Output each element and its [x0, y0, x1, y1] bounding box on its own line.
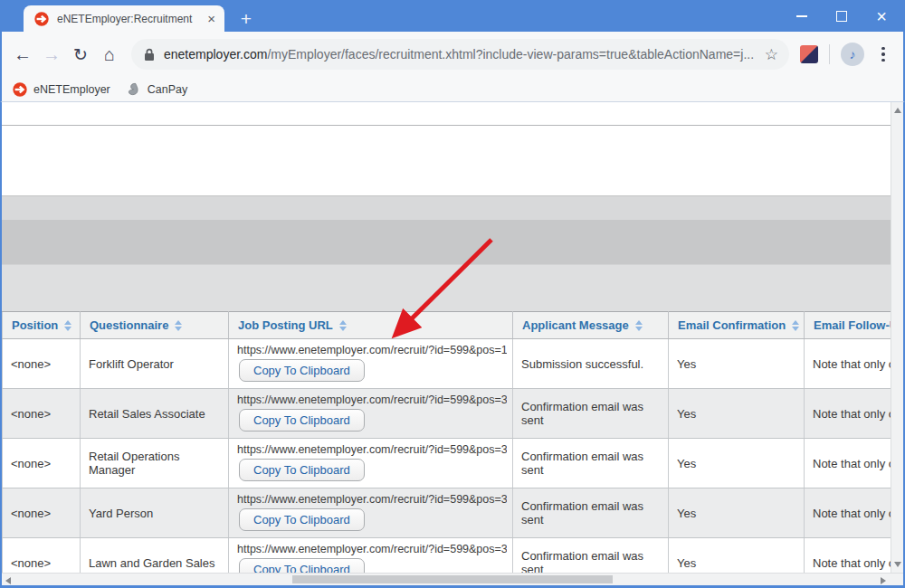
table-header-row: Position Questionnaire Job Posting URL A…	[3, 312, 891, 339]
copy-to-clipboard-button[interactable]: Copy To Clipboard	[239, 508, 365, 531]
cell-email-followup: Note that only o	[805, 439, 891, 488]
email-followup-value: Note that only o	[813, 556, 891, 570]
cell-email-followup: Note that only o	[805, 339, 891, 389]
bookmark-enetemployer[interactable]: eNETEmployer	[13, 82, 110, 97]
recruitment-table-wrap: Position Questionnaire Job Posting URL A…	[2, 311, 891, 573]
copy-to-clipboard-button[interactable]: Copy To Clipboard	[239, 558, 365, 573]
scroll-right-icon[interactable]	[881, 577, 886, 584]
cell-questionnaire: Retail Operations Manager	[81, 439, 229, 488]
questionnaire-value: Retail Sales Associate	[89, 407, 205, 421]
job-posting-url: https://www.enetemployer.com/recruit/?id…	[237, 443, 507, 456]
column-header-job-posting-url[interactable]: Job Posting URL	[229, 312, 513, 339]
table-row: <none> Retail Operations Manager https:/…	[3, 439, 891, 488]
column-header-position[interactable]: Position	[3, 312, 81, 339]
reload-button[interactable]: ↻	[66, 40, 95, 69]
browser-tab[interactable]: eNETEmployer:Recruitment ×	[24, 5, 224, 32]
table-body: <none> Forklift Operator https://www.ene…	[3, 339, 891, 574]
position-value: <none>	[11, 556, 51, 570]
sort-icon[interactable]	[339, 320, 347, 331]
maximize-button[interactable]	[822, 0, 862, 32]
toolbar-separator	[829, 44, 830, 64]
column-header-email-confirmation[interactable]: Email Confirmation	[669, 312, 805, 339]
canpay-bookmark-icon	[127, 82, 141, 97]
tab-close-icon[interactable]: ×	[207, 12, 215, 25]
home-icon: ⌂	[104, 44, 115, 65]
back-button[interactable]: ←	[8, 40, 37, 69]
cell-applicant-message: Confirmation email was sent	[513, 488, 669, 538]
close-button[interactable]: ×	[862, 0, 901, 32]
email-confirmation-value: Yes	[677, 407, 696, 421]
gray-band-3	[2, 264, 891, 312]
cell-questionnaire: Yard Person	[81, 488, 229, 538]
home-button[interactable]: ⌂	[95, 40, 124, 69]
cell-questionnaire: Retail Sales Associate	[81, 389, 229, 439]
job-posting-url: https://www.enetemployer.com/recruit/?id…	[237, 394, 507, 406]
scroll-left-icon[interactable]	[5, 577, 11, 584]
sort-icon[interactable]	[635, 320, 643, 331]
cell-job-posting-url: https://www.enetemployer.com/recruit/?id…	[229, 538, 513, 574]
url-domain: enetemployer.com	[164, 47, 267, 62]
bookmark-canpay[interactable]: CanPay	[127, 82, 187, 97]
cell-job-posting-url: https://www.enetemployer.com/recruit/?id…	[229, 389, 513, 439]
bookmark-label: CanPay	[148, 83, 187, 96]
enetemployer-bookmark-icon	[13, 82, 27, 97]
browser-window: eNETEmployer:Recruitment × + × ← → ↻ ⌂ e…	[0, 0, 905, 588]
address-bar[interactable]: enetemployer.com/myEmployer/faces/recrui…	[131, 39, 789, 70]
email-followup-value: Note that only o	[813, 407, 891, 421]
reload-icon: ↻	[73, 44, 88, 65]
job-posting-url: https://www.enetemployer.com/recruit/?id…	[237, 344, 507, 356]
scroll-up-icon[interactable]	[894, 108, 901, 113]
cell-applicant-message: Submission successful.	[513, 339, 669, 389]
applicant-message-value: Confirmation email was sent	[521, 400, 643, 427]
sort-icon[interactable]	[64, 320, 71, 331]
scroll-down-icon[interactable]	[894, 562, 901, 567]
cell-email-followup: Note that only o	[805, 538, 891, 574]
email-followup-value: Note that only o	[813, 357, 891, 371]
back-icon: ←	[14, 44, 32, 65]
bookmark-label: eNETEmployer	[33, 83, 110, 96]
extension-icon[interactable]	[800, 45, 818, 63]
column-header-questionnaire[interactable]: Questionnaire	[81, 312, 229, 339]
profile-avatar[interactable]: ♪	[841, 43, 864, 66]
vertical-scrollbar[interactable]	[891, 102, 903, 573]
cell-position: <none>	[3, 439, 81, 488]
position-value: <none>	[11, 357, 51, 371]
bookmarks-bar: eNETEmployer CanPay	[0, 77, 905, 102]
position-value: <none>	[11, 457, 51, 470]
email-confirmation-value: Yes	[677, 507, 696, 520]
bookmark-star-icon[interactable]: ☆	[765, 45, 778, 64]
copy-to-clipboard-button[interactable]: Copy To Clipboard	[239, 359, 365, 382]
cell-email-confirmation: Yes	[669, 488, 805, 538]
new-tab-button[interactable]: +	[233, 6, 259, 32]
enetemployer-favicon-icon	[34, 12, 49, 26]
copy-to-clipboard-button[interactable]: Copy To Clipboard	[239, 409, 365, 432]
applicant-message-value: Submission successful.	[521, 357, 643, 371]
cell-applicant-message: Confirmation email was sent	[513, 439, 669, 488]
email-confirmation-value: Yes	[677, 457, 696, 470]
horizontal-scrollbar[interactable]	[2, 573, 903, 585]
title-bar: eNETEmployer:Recruitment × + ×	[0, 0, 905, 32]
browser-menu-button[interactable]	[876, 47, 891, 62]
questionnaire-value: Forklift Operator	[89, 357, 174, 371]
cell-applicant-message: Confirmation email was sent	[513, 538, 669, 574]
url-path: /myEmployer/faces/recruitment.xhtml?incl…	[267, 47, 754, 62]
questionnaire-value: Retail Operations Manager	[89, 450, 179, 477]
url-text: enetemployer.com/myEmployer/faces/recrui…	[164, 47, 756, 62]
job-posting-url: https://www.enetemployer.com/recruit/?id…	[237, 493, 507, 506]
questionnaire-value: Lawn and Garden Sales	[89, 556, 214, 570]
gray-band-1	[2, 195, 891, 221]
sort-icon[interactable]	[175, 320, 182, 331]
column-header-applicant-message[interactable]: Applicant Message	[513, 312, 669, 339]
gray-band-2	[2, 220, 891, 264]
horizontal-scrollbar-thumb[interactable]	[292, 575, 613, 583]
cell-applicant-message: Confirmation email was sent	[513, 389, 669, 439]
copy-to-clipboard-button[interactable]: Copy To Clipboard	[239, 459, 365, 481]
sort-icon[interactable]	[792, 320, 799, 331]
table-row: <none> Lawn and Garden Sales https://www…	[3, 538, 891, 574]
minimize-button[interactable]	[782, 0, 822, 32]
column-header-email-followup[interactable]: Email Follow-U	[805, 312, 891, 339]
forward-button[interactable]: →	[37, 40, 66, 69]
cell-email-confirmation: Yes	[669, 389, 805, 439]
cell-email-followup: Note that only o	[805, 488, 891, 538]
cell-position: <none>	[3, 488, 81, 538]
